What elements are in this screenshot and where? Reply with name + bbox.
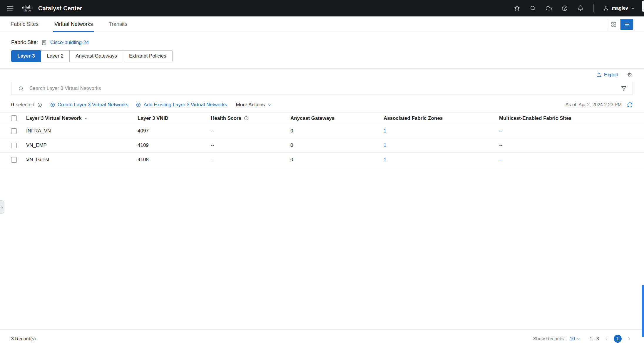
column-header-zones[interactable]: Associated Fabric Zones xyxy=(384,115,499,121)
plus-circle-icon xyxy=(136,102,141,107)
page-size-dropdown[interactable]: 10 xyxy=(570,336,581,342)
anycast-cell: 0 xyxy=(290,157,384,163)
chevron-down-icon xyxy=(267,103,272,107)
fabric-zones-link[interactable]: 1 xyxy=(384,128,386,134)
fabric-zones-link[interactable]: 1 xyxy=(384,142,386,148)
plus-circle-icon xyxy=(50,102,55,107)
layer-button-group: Layer 3 Layer 2 Anycast Gateways Extrane… xyxy=(11,50,173,62)
page-number-button[interactable]: 1 xyxy=(614,335,622,343)
app-title: Catalyst Center xyxy=(38,5,82,12)
tab-label: Transits xyxy=(109,21,127,27)
export-icon xyxy=(596,72,602,78)
next-page-icon[interactable] xyxy=(626,336,632,342)
column-header-vnid[interactable]: Layer 3 VNID xyxy=(138,115,211,121)
tab-label: Virtual Networks xyxy=(54,21,93,27)
create-l3vn-button[interactable]: Create Layer 3 Virtual Networks xyxy=(50,102,128,108)
column-label: Associated Fabric Zones xyxy=(384,115,443,121)
cisco-logo: cisco xyxy=(22,4,34,12)
side-panel-handle[interactable]: › xyxy=(0,200,4,214)
anycast-cell: 0 xyxy=(290,142,384,148)
column-header-anycast[interactable]: Anycast Gateways xyxy=(290,115,384,121)
search-input[interactable] xyxy=(29,85,616,92)
multicast-cell: -- xyxy=(499,128,502,134)
page-size-value: 10 xyxy=(570,336,575,342)
username: maglev xyxy=(612,6,628,11)
header-actions: maglev xyxy=(514,4,635,12)
extranet-policies-button[interactable]: Extranet Policies xyxy=(123,50,173,62)
info-icon[interactable] xyxy=(244,116,249,121)
search-bar xyxy=(11,82,633,95)
chevron-down-icon xyxy=(631,6,635,11)
row-checkbox[interactable] xyxy=(11,157,17,163)
section-tabs: Fabric Sites Virtual Networks Transits xyxy=(0,16,644,32)
notifications-bell-icon[interactable] xyxy=(577,5,584,11)
layer3-button[interactable]: Layer 3 xyxy=(11,50,41,62)
health-cell: -- xyxy=(211,157,290,163)
column-label: Layer 3 Virtual Network xyxy=(26,115,82,121)
column-header-health[interactable]: Health Score xyxy=(211,115,290,121)
info-icon[interactable] xyxy=(37,102,42,107)
vnid-cell: 4097 xyxy=(138,128,211,134)
tab-fabric-sites[interactable]: Fabric Sites xyxy=(11,16,39,32)
anycast-gateways-button[interactable]: Anycast Gateways xyxy=(69,50,123,62)
filter-icon[interactable] xyxy=(621,85,627,91)
column-header-multicast[interactable]: Multicast-Enabled Fabric Sites xyxy=(499,115,644,121)
previous-page-icon[interactable] xyxy=(604,336,609,342)
fabric-zones-link[interactable]: 1 xyxy=(384,157,386,163)
grid-view-icon xyxy=(611,21,617,27)
record-count: 3 Record(s) xyxy=(11,336,36,342)
export-button[interactable]: Export xyxy=(596,72,618,78)
add-existing-l3vn-button[interactable]: Add Existing Layer 3 Virtual Networks xyxy=(136,102,227,108)
tab-transits[interactable]: Transits xyxy=(109,16,127,32)
show-records-label: Show Records: xyxy=(533,336,565,342)
grid-view-button[interactable] xyxy=(607,19,620,30)
column-header-name[interactable]: Layer 3 Virtual Network xyxy=(26,115,138,121)
scrollbar-thumb[interactable] xyxy=(642,285,644,337)
tab-label: Fabric Sites xyxy=(11,21,39,27)
sort-ascending-icon xyxy=(84,116,88,120)
app-header: cisco Catalyst Center maglev xyxy=(0,0,644,16)
export-row: Export xyxy=(0,69,644,80)
column-label: Health Score xyxy=(211,115,241,121)
row-checkbox[interactable] xyxy=(11,128,17,134)
gear-icon[interactable] xyxy=(627,72,633,78)
header-divider xyxy=(593,4,593,12)
multicast-cell: -- xyxy=(499,157,502,163)
add-existing-l3vn-label: Add Existing Layer 3 Virtual Networks xyxy=(143,102,227,108)
user-icon xyxy=(603,5,609,11)
fabric-site-row: Fabric Site: Cisco-buidling-24 xyxy=(11,39,633,46)
vnid-cell: 4108 xyxy=(138,157,211,163)
fabric-site-link[interactable]: Cisco-buidling-24 xyxy=(50,40,89,46)
table-row: VN_Guest 4108 -- 0 1 -- xyxy=(0,153,644,167)
chevron-down-icon xyxy=(577,337,581,341)
row-checkbox[interactable] xyxy=(11,143,17,148)
search-icon[interactable] xyxy=(530,5,536,11)
more-actions-label: More Actions xyxy=(236,102,265,108)
vn-name-cell: INFRA_VN xyxy=(26,128,138,134)
svg-text:cisco: cisco xyxy=(24,9,31,12)
table-row: INFRA_VN 4097 -- 0 1 -- xyxy=(0,124,644,138)
search-icon xyxy=(18,85,24,92)
scrollbar-track xyxy=(642,1,644,12)
virtual-networks-table: Layer 3 Virtual Network Layer 3 VNID Hea… xyxy=(0,112,644,167)
more-actions-dropdown[interactable]: More Actions xyxy=(236,102,272,108)
menu-icon[interactable] xyxy=(6,4,14,12)
help-icon[interactable] xyxy=(561,5,568,11)
refresh-icon[interactable] xyxy=(627,102,633,108)
list-view-button[interactable] xyxy=(620,19,633,30)
selected-count: 0 xyxy=(11,102,14,108)
as-of-timestamp: As of: Apr 2, 2024 2:23 PM xyxy=(566,102,622,107)
pagination: Show Records: 10 1 - 3 1 xyxy=(533,335,632,343)
list-view-icon xyxy=(624,21,630,27)
anycast-cell: 0 xyxy=(290,128,384,134)
export-label: Export xyxy=(604,72,618,78)
layer2-button[interactable]: Layer 2 xyxy=(41,50,70,62)
tab-virtual-networks[interactable]: Virtual Networks xyxy=(54,16,93,32)
favorites-star-icon[interactable] xyxy=(514,5,520,11)
create-l3vn-label: Create Layer 3 Virtual Networks xyxy=(58,102,128,108)
user-menu[interactable]: maglev xyxy=(603,5,635,11)
view-toggle xyxy=(607,19,633,30)
cloud-icon[interactable] xyxy=(546,5,552,11)
select-all-checkbox[interactable] xyxy=(11,115,17,121)
multicast-cell: -- xyxy=(499,142,502,148)
